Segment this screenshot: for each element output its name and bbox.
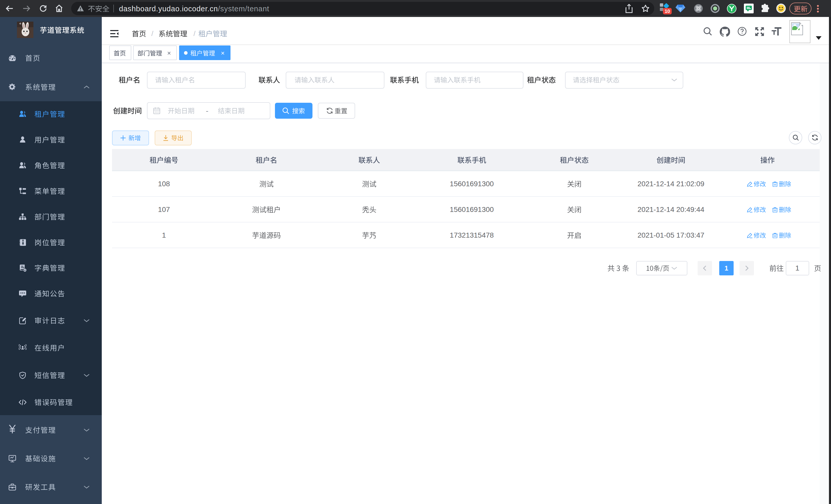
- svg-text:10: 10: [664, 8, 670, 14]
